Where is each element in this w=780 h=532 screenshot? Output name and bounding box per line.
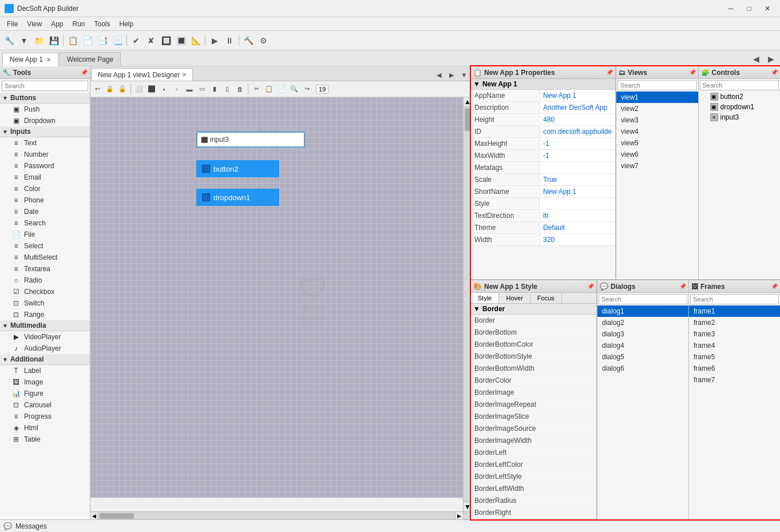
hscroll-thumb[interactable] [100,513,134,519]
prop-val-width[interactable]: 320 [540,234,615,245]
prop-val-id[interactable]: com.decsoft.appbuilde [540,126,615,137]
menu-app[interactable]: App [46,19,68,29]
tools-item-color[interactable]: ≡ Color [0,183,90,194]
designer-btn-redo[interactable]: ↪ [301,84,312,95]
controls-pin-btn[interactable]: 📌 [771,69,778,76]
views-item-view4[interactable]: view4 [616,126,698,137]
dialogs-item-dialog4[interactable]: dialog4 [597,340,688,351]
vscroll-up[interactable]: ▲ [464,97,471,107]
tab-welcome[interactable]: Welcome Page [60,52,121,66]
menu-file[interactable]: File [2,19,22,29]
tools-category-multimedia[interactable]: ▼ Multimedia [0,320,90,331]
vscroll-down[interactable]: ▼ [464,502,471,511]
toolbar-btn7[interactable]: 🔲 [159,34,173,47]
vscroll-thumb[interactable] [465,108,470,131]
tools-item-radio[interactable]: ○ Radio [0,275,90,286]
designer-btn-unlock[interactable]: 🔓 [117,84,128,95]
tools-item-select[interactable]: ≡ Select [0,240,90,252]
toolbar-btn1[interactable]: 📋 [66,34,80,47]
prop-val-style[interactable] [540,198,615,209]
menu-help[interactable]: Help [115,19,138,29]
tools-item-videoplayer[interactable]: ▶ VideoPlayer [0,331,90,343]
toolbar-btn9[interactable]: 📐 [189,34,203,47]
dialogs-item-dialog2[interactable]: dialog2 [597,317,688,328]
style-row-borderimagewidth[interactable]: BorderImageWidth [471,435,596,447]
style-tab-style[interactable]: Style [471,293,499,303]
canvas-hscrollbar[interactable]: ◀ ▶ [90,511,471,519]
tab-prev[interactable]: ◀ [749,52,763,66]
designer-btn-align1[interactable]: ⬜ [133,84,145,95]
tools-item-table[interactable]: ⊞ Table [0,434,90,445]
dialogs-item-dialog6[interactable]: dialog6 [597,363,688,374]
frames-item-frame1[interactable]: frame1 [689,305,780,317]
style-row-borderimagesource[interactable]: BorderImageSource [471,423,596,435]
tools-item-file[interactable]: 📄 File [0,229,90,240]
toolbar-dropdown1[interactable]: ▼ [17,34,31,47]
tools-item-push[interactable]: ▣ Push [0,104,90,115]
tools-item-label[interactable]: T Label [0,365,90,376]
tools-item-search[interactable]: ≡ Search [0,217,90,229]
prop-val-scale[interactable]: True [540,174,615,185]
tools-category-inputs[interactable]: ▼ Inputs [0,126,90,137]
frames-item-frame3[interactable]: frame3 [689,328,780,340]
designer-btn-copy[interactable]: 📋 [263,84,275,95]
designer-btn-lock[interactable]: 🔒 [104,84,116,95]
prop-val-maxheight[interactable]: -1 [540,138,615,149]
frames-item-frame2[interactable]: frame2 [689,317,780,328]
dialogs-pin-btn[interactable]: 📌 [679,283,686,289]
tab-newapp1-close[interactable]: ✕ [46,57,51,63]
toolbar-btn4[interactable]: 📃 [110,34,124,47]
hscroll-right[interactable]: ▶ [455,512,463,520]
tools-category-additional[interactable]: ▼ Additional [0,354,90,365]
toolbar-btn5[interactable]: ✔ [129,34,143,47]
style-row-borderright[interactable]: BorderRight [471,507,596,519]
tools-pin-btn[interactable]: 📌 [81,69,88,76]
prop-val-textdir[interactable]: ltr [540,210,615,221]
canvas-vscrollbar[interactable]: ▲ ▼ [463,97,471,511]
tools-item-text[interactable]: ≡ Text [0,137,90,149]
prop-val-theme[interactable]: Default [540,222,615,233]
designer-btn-align5[interactable]: ▬ [184,84,195,95]
frames-pin-btn[interactable]: 📌 [771,283,778,289]
designer-tab-view1[interactable]: New App 1 view1 Designer ✕ [92,68,193,81]
style-pin-btn[interactable]: 📌 [587,283,594,289]
controls-search-input[interactable] [700,80,779,90]
controls-item-input3[interactable]: ≡ input3 [699,112,780,122]
style-row-borderleftcolor[interactable]: BorderLeftColor [471,459,596,471]
designer-btn-cut[interactable]: ✂ [251,84,262,95]
menu-view[interactable]: View [22,19,46,29]
controls-item-dropdown1[interactable]: ▣ dropdown1 [699,102,780,112]
designer-nav-left[interactable]: ◀ [433,69,445,81]
tools-item-progress[interactable]: ≡ Progress [0,411,90,422]
toolbar-run[interactable]: ⚙ [256,34,270,47]
designer-tab-close[interactable]: ✕ [182,72,187,78]
frames-item-frame6[interactable]: frame6 [689,363,780,374]
style-row-borderbottom[interactable]: BorderBottom [471,327,596,339]
prop-val-description[interactable]: Another DecSoft App [540,102,615,113]
tools-item-textarea[interactable]: ≡ Textarea [0,263,90,275]
toolbar-open[interactable]: 📁 [32,34,46,47]
controls-item-button2[interactable]: ▣ button2 [699,92,780,102]
style-border-header[interactable]: ▼ Border [471,304,596,315]
views-item-view7[interactable]: view7 [616,160,698,172]
hscroll-left[interactable]: ◀ [90,512,98,520]
frames-item-frame5[interactable]: frame5 [689,351,780,363]
views-item-view1[interactable]: view1 [616,92,698,103]
menu-run[interactable]: Run [68,19,90,29]
toolbar-btn10[interactable]: ▶ [208,34,221,47]
designer-btn-align8[interactable]: ▯ [221,84,233,95]
style-tab-focus[interactable]: Focus [530,293,562,303]
tools-item-switch[interactable]: ⊡ Switch [0,297,90,309]
style-row-borderbottomwidth[interactable]: BorderBottomWidth [471,363,596,375]
tools-item-phone[interactable]: ≡ Phone [0,194,90,206]
views-item-view5[interactable]: view5 [616,137,698,149]
toolbar-new[interactable]: 🔧 [2,34,16,47]
views-item-view3[interactable]: view3 [616,114,698,126]
prop-val-maxwidth[interactable]: -1 [540,150,615,161]
designer-btn-paste[interactable]: 📄 [276,84,287,95]
style-row-borderimagerepeat[interactable]: BorderImageRepeat [471,399,596,411]
tools-item-checkbox[interactable]: ☑ Checkbox [0,286,90,297]
minimize-button[interactable]: ─ [723,3,739,14]
designer-btn-delete[interactable]: 🗑 [234,84,246,95]
style-row-borderradius[interactable]: BorderRadius [471,495,596,507]
